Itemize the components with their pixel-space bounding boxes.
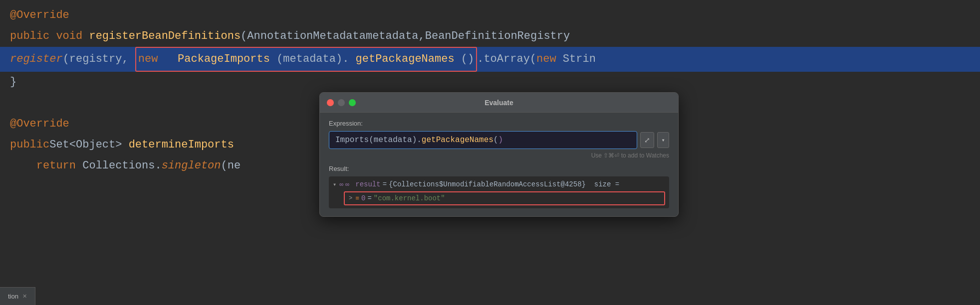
code-line-1: @Override bbox=[0, 5, 980, 26]
tab-item-tion[interactable]: tion ✕ bbox=[0, 288, 35, 305]
method-register: register bbox=[10, 49, 63, 70]
traffic-light-red[interactable] bbox=[327, 99, 334, 106]
expand-button[interactable]: ⤢ bbox=[640, 132, 654, 148]
dropdown-button[interactable]: ▾ bbox=[657, 132, 669, 148]
watches-hint: Use ⇧⌘⏎ to add to Watches bbox=[329, 152, 669, 159]
annotation-override-1: @Override bbox=[10, 5, 69, 26]
keyword-public-1: public bbox=[10, 26, 49, 47]
method-name-register: registerBeanDefinitions bbox=[89, 26, 241, 47]
result-label: Result: bbox=[329, 165, 669, 172]
tab-close-icon[interactable]: ✕ bbox=[22, 293, 27, 300]
traffic-light-yellow[interactable] bbox=[338, 99, 345, 106]
expression-label: Expression: bbox=[329, 120, 669, 127]
code-line-3: register (registry, new PackageImports (… bbox=[0, 47, 980, 72]
dialog-body: Expression: Imports(metadata).getPackage… bbox=[320, 113, 678, 216]
expand-arrow-sub[interactable]: > bbox=[349, 195, 352, 202]
param-type-2: BeanDefinitionRegistry bbox=[425, 26, 570, 47]
result-tree: ▾ ∞ ∞ result = {Collections$Unmodifiable… bbox=[329, 176, 669, 208]
bottom-tab-bar: tion ✕ bbox=[0, 287, 35, 305]
code-line-2: public void registerBeanDefinitions ( An… bbox=[0, 26, 980, 47]
tab-label: tion bbox=[8, 293, 18, 300]
traffic-light-green[interactable] bbox=[349, 99, 356, 106]
expression-input[interactable]: Imports(metadata).getPackageNames() bbox=[329, 131, 637, 149]
param-type-1: AnnotationMetadata bbox=[247, 26, 366, 47]
selected-expression: new PackageImports (metadata). getPackag… bbox=[135, 47, 477, 72]
evaluate-dialog: Evaluate Expression: Imports(metadata).g… bbox=[319, 92, 679, 217]
annotation-override-2: @Override bbox=[10, 114, 69, 135]
expand-arrow-main[interactable]: ▾ bbox=[333, 181, 336, 188]
traffic-lights bbox=[327, 99, 356, 106]
dialog-titlebar: Evaluate bbox=[320, 93, 678, 113]
expression-row: Imports(metadata).getPackageNames() ⤢ ▾ bbox=[329, 131, 669, 149]
dialog-title: Evaluate bbox=[485, 99, 513, 107]
code-line-4: } bbox=[0, 72, 980, 93]
result-sub-row: > ≡ 0 = "com.kernel.boot" bbox=[344, 191, 665, 205]
keyword-void: void bbox=[56, 26, 82, 47]
result-main-row: ▾ ∞ ∞ result = {Collections$Unmodifiable… bbox=[333, 179, 665, 189]
